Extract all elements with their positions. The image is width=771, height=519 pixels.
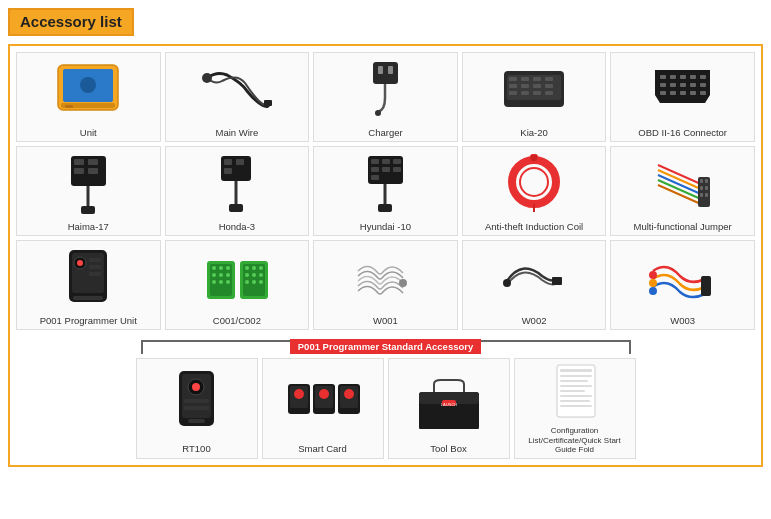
- item-jumper-img: [613, 151, 752, 218]
- item-w002: W002: [462, 240, 607, 330]
- svg-point-124: [319, 389, 329, 399]
- svg-rect-52: [371, 159, 379, 164]
- item-smart-card-img: [265, 363, 381, 440]
- svg-rect-32: [680, 83, 686, 87]
- svg-point-109: [649, 279, 657, 287]
- item-haima17: Haima-17: [16, 146, 161, 236]
- svg-text:LAUNCH: LAUNCH: [440, 402, 457, 407]
- svg-rect-39: [700, 91, 706, 95]
- svg-point-92: [219, 280, 223, 284]
- svg-rect-43: [74, 168, 84, 174]
- svg-rect-37: [680, 91, 686, 95]
- svg-rect-136: [560, 385, 592, 387]
- item-kia20: Kia-20: [462, 52, 607, 142]
- item-docs: Configuration List/Certificate/Quick Sta…: [514, 358, 636, 459]
- accessory-list-container: Unit Main Wire: [8, 44, 763, 467]
- svg-point-91: [212, 280, 216, 284]
- svg-point-60: [512, 160, 556, 204]
- svg-point-61: [520, 168, 548, 196]
- svg-rect-41: [74, 159, 84, 165]
- item-honda3-label: Honda-3: [219, 221, 255, 232]
- item-main-wire-img: [168, 57, 307, 124]
- svg-point-93: [226, 280, 230, 284]
- item-kia20-img: [465, 57, 604, 124]
- svg-rect-70: [705, 179, 708, 183]
- svg-rect-13: [509, 77, 517, 81]
- item-w002-img: [465, 245, 604, 312]
- svg-rect-53: [382, 159, 390, 164]
- svg-point-3: [80, 77, 96, 93]
- svg-rect-56: [382, 167, 390, 172]
- item-charger-img: [316, 57, 455, 124]
- svg-rect-59: [378, 204, 392, 212]
- svg-rect-50: [229, 204, 243, 212]
- svg-rect-36: [670, 91, 676, 95]
- svg-rect-27: [680, 75, 686, 79]
- svg-point-10: [375, 110, 381, 116]
- svg-point-100: [252, 273, 256, 277]
- item-honda3: Honda-3: [165, 146, 310, 236]
- svg-rect-21: [509, 91, 517, 95]
- page-title: Accessory list: [20, 13, 122, 30]
- svg-rect-140: [560, 405, 592, 407]
- bottom-section: P001 Programmer Standard Accessory: [16, 338, 755, 459]
- svg-rect-15: [533, 77, 541, 81]
- item-coil-img: [465, 151, 604, 218]
- svg-rect-30: [660, 83, 666, 87]
- item-unit-img: [19, 57, 158, 124]
- svg-point-5: [202, 73, 212, 83]
- svg-rect-19: [533, 84, 541, 88]
- svg-rect-118: [188, 419, 205, 423]
- svg-point-90: [226, 273, 230, 277]
- item-haima17-img: [19, 151, 158, 218]
- svg-rect-45: [81, 206, 95, 214]
- svg-rect-7: [373, 62, 398, 84]
- item-docs-img: [517, 363, 633, 423]
- svg-rect-80: [89, 265, 101, 269]
- svg-point-62: [530, 154, 538, 162]
- svg-rect-107: [552, 277, 562, 285]
- svg-rect-20: [545, 84, 553, 88]
- item-w001: W001: [313, 240, 458, 330]
- item-hyundai10-label: Hyundai -10: [360, 221, 411, 232]
- svg-point-98: [259, 266, 263, 270]
- svg-rect-116: [184, 399, 209, 403]
- svg-rect-135: [560, 380, 588, 382]
- svg-rect-42: [88, 159, 98, 165]
- item-w003-img: [613, 245, 752, 312]
- svg-rect-25: [660, 75, 666, 79]
- svg-point-99: [245, 273, 249, 277]
- svg-rect-54: [393, 159, 401, 164]
- item-w003-label: W003: [670, 315, 695, 326]
- svg-rect-31: [670, 83, 676, 87]
- svg-rect-55: [371, 167, 379, 172]
- item-obd16-img: [613, 57, 752, 124]
- svg-rect-29: [700, 75, 706, 79]
- svg-rect-26: [670, 75, 676, 79]
- svg-point-96: [245, 266, 249, 270]
- svg-rect-14: [521, 77, 529, 81]
- svg-rect-16: [545, 77, 553, 81]
- item-honda3-img: [168, 151, 307, 218]
- svg-rect-57: [393, 167, 401, 172]
- item-hyundai10-img: [316, 151, 455, 218]
- svg-rect-69: [700, 179, 703, 183]
- svg-rect-73: [700, 193, 703, 197]
- svg-rect-6: [264, 100, 272, 106]
- svg-rect-137: [560, 390, 585, 392]
- svg-point-106: [503, 279, 511, 287]
- item-rt100-img: [139, 363, 255, 440]
- item-w001-label: W001: [373, 315, 398, 326]
- item-hyundai10: Hyundai -10: [313, 146, 458, 236]
- item-jumper-label: Multi-functional Jumper: [634, 221, 732, 232]
- svg-point-88: [212, 273, 216, 277]
- svg-point-103: [252, 280, 256, 284]
- item-rt100-label: RT100: [182, 443, 210, 454]
- svg-rect-139: [560, 400, 590, 402]
- item-w003: W003: [610, 240, 755, 330]
- row-1: Unit Main Wire: [16, 52, 755, 142]
- item-smart-card-label: Smart Card: [298, 443, 347, 454]
- item-jumper: Multi-functional Jumper: [610, 146, 755, 236]
- svg-point-85: [212, 266, 216, 270]
- item-main-wire: Main Wire: [165, 52, 310, 142]
